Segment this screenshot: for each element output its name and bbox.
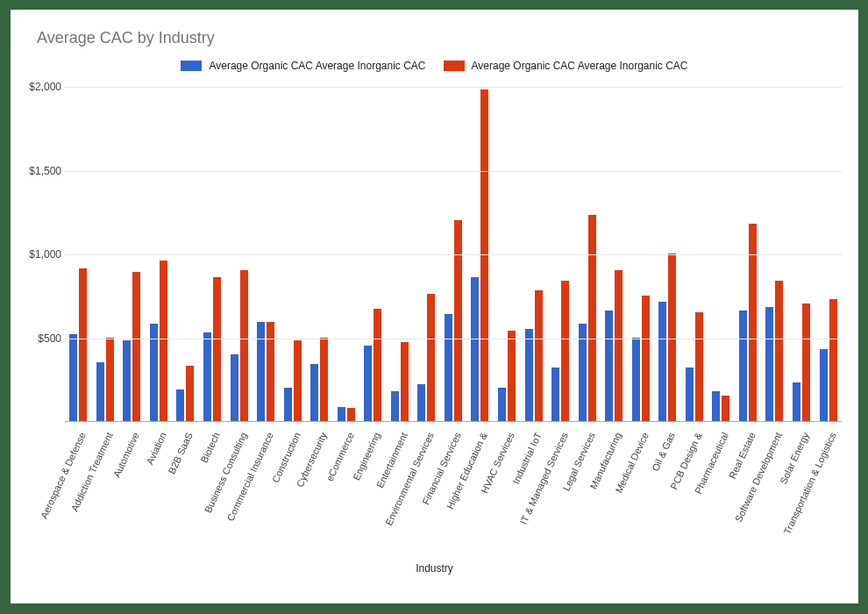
x-label-wrap: Transportation & Logistics (815, 422, 842, 553)
grid-line (65, 254, 842, 255)
bar-series-1 (106, 338, 114, 422)
bar-series-1 (401, 342, 409, 421)
bar-series-0 (391, 391, 399, 421)
bar-series-0 (765, 307, 773, 421)
legend-swatch-1 (444, 61, 465, 71)
x-label-wrap: Cybersecurity (306, 422, 333, 553)
grid-line (65, 171, 842, 172)
legend: Average Organic CAC Average Inorganic CA… (11, 60, 858, 72)
bar-series-0 (231, 354, 238, 421)
bar-series-1 (775, 281, 783, 421)
chart-title: Average CAC by Industry (37, 29, 215, 47)
bar-series-1 (294, 340, 302, 421)
legend-label-1: Average Organic CAC Average Inorganic CA… (472, 60, 688, 72)
bar-series-0 (793, 382, 800, 421)
bar-series-0 (364, 346, 372, 421)
bar-series-0 (739, 311, 747, 421)
bar-series-1 (642, 296, 650, 421)
x-label-wrap: eCommerce (332, 422, 359, 553)
x-label-wrap: Pharmaceutical (708, 422, 735, 553)
y-tick-label: $2,000 (9, 81, 61, 93)
bar-series-0 (417, 384, 425, 421)
x-tick-label: Aviation (144, 431, 167, 466)
bar-series-1 (561, 281, 569, 421)
bar-series-1 (79, 268, 87, 421)
bar-series-1 (320, 338, 328, 422)
bar-series-0 (471, 277, 479, 421)
bar-series-0 (176, 389, 184, 421)
bar-series-0 (498, 388, 506, 421)
x-label-wrap: Commercial Insurance (253, 422, 280, 553)
x-labels: Aerospace & DefenseAddiction TreatmentAu… (65, 422, 842, 553)
bar-series-1 (615, 270, 623, 421)
bar-series-1 (588, 215, 596, 421)
bar-series-0 (445, 314, 452, 421)
bar-series-1 (454, 220, 462, 421)
x-label-wrap: B2B SaaS (172, 422, 199, 553)
bar-series-0 (338, 407, 345, 421)
bar-series-0 (551, 368, 559, 421)
bar-series-0 (69, 334, 77, 421)
bar-series-0 (686, 368, 694, 421)
bar-series-0 (203, 332, 211, 421)
bar-series-1 (749, 224, 757, 421)
bar-series-1 (722, 396, 729, 421)
bar-series-1 (374, 309, 381, 421)
x-tick-label: Biotech (198, 431, 221, 464)
bar-series-0 (632, 338, 640, 422)
x-label-wrap: Addiction Treatment (92, 422, 119, 553)
bar-series-1 (802, 303, 810, 421)
bar-series-1 (829, 299, 837, 421)
x-tick-label: Oil & Gas (650, 431, 677, 473)
y-tick-label: $500 (9, 332, 61, 345)
bar-series-0 (310, 364, 318, 421)
bar-series-1 (186, 366, 194, 421)
chart-card: Average CAC by Industry Average Organic … (11, 10, 858, 603)
x-label-wrap: Medical Device (627, 422, 654, 553)
bar-series-1 (160, 261, 167, 421)
plot-area: $500$1,000$1,500$2,000 (65, 87, 842, 422)
bar-series-1 (132, 272, 140, 421)
bar-series-1 (347, 408, 355, 421)
grid-line (65, 87, 842, 88)
bar-series-1 (267, 322, 274, 421)
bar-series-0 (658, 302, 666, 421)
legend-swatch-0 (181, 61, 202, 71)
x-axis-title: Industry (11, 562, 858, 575)
y-tick-label: $1,000 (9, 248, 61, 261)
bar-series-0 (712, 391, 720, 421)
y-tick-label: $1,500 (9, 165, 61, 177)
legend-label-0: Average Organic CAC Average Inorganic CA… (209, 60, 425, 72)
bar-series-1 (508, 331, 516, 421)
legend-item-0: Average Organic CAC Average Inorganic CA… (181, 60, 425, 72)
bar-series-1 (240, 270, 248, 421)
bar-series-0 (96, 362, 104, 421)
bar-series-1 (695, 312, 703, 421)
x-label-wrap: Aviation (146, 422, 173, 553)
bar-series-1 (427, 294, 435, 421)
bar-series-1 (535, 290, 543, 421)
grid-line (65, 339, 842, 339)
bar-series-0 (284, 388, 292, 421)
x-label-wrap: Automotive (118, 422, 146, 553)
legend-item-1: Average Organic CAC Average Inorganic CA… (444, 60, 688, 72)
x-label-wrap: Software Development (761, 422, 788, 553)
x-label-wrap: HVAC Services (494, 422, 521, 553)
bar-series-0 (605, 311, 613, 421)
bar-series-1 (213, 277, 221, 421)
bar-series-0 (123, 340, 131, 421)
bar-series-0 (820, 349, 828, 421)
bar-series-0 (525, 329, 533, 421)
bar-series-1 (668, 253, 676, 421)
bar-series-0 (257, 322, 265, 421)
